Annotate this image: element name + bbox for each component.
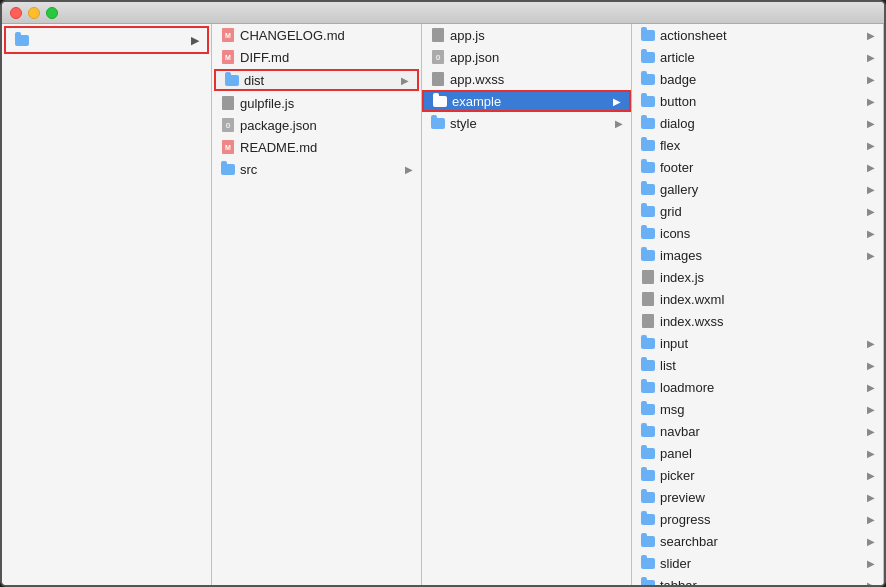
item-label: tabbar — [660, 578, 863, 586]
chevron-right-icon: ▶ — [867, 426, 875, 437]
list-item[interactable]: example▶ — [422, 90, 631, 112]
item-label: loadmore — [660, 380, 863, 395]
list-item[interactable]: dist▶ — [214, 69, 419, 91]
item-label: index.wxml — [660, 292, 875, 307]
chevron-right-icon: ▶ — [615, 118, 623, 129]
folder-icon — [641, 338, 655, 349]
list-item[interactable]: progress▶ — [632, 508, 883, 530]
list-item[interactable]: grid▶ — [632, 200, 883, 222]
folder-icon — [431, 118, 445, 129]
list-item[interactable]: picker▶ — [632, 464, 883, 486]
list-item[interactable]: badge▶ — [632, 68, 883, 90]
item-label: article — [660, 50, 863, 65]
chevron-right-icon: ▶ — [613, 96, 621, 107]
minimize-button[interactable] — [28, 7, 40, 19]
folder-icon — [641, 118, 655, 129]
item-label: panel — [660, 446, 863, 461]
item-label: app.js — [450, 28, 623, 43]
json-icon: {} — [432, 50, 444, 64]
js-icon — [222, 96, 234, 110]
list-item[interactable]: {}app.json — [422, 46, 631, 68]
folder-icon — [641, 448, 655, 459]
folder-icon — [641, 206, 655, 217]
column-3: app.js{}app.jsonapp.wxssexample▶style▶ — [422, 24, 632, 585]
maximize-button[interactable] — [46, 7, 58, 19]
chevron-right-icon: ▶ — [867, 74, 875, 85]
list-item[interactable]: tabbar▶ — [632, 574, 883, 585]
list-item[interactable]: footer▶ — [632, 156, 883, 178]
list-item[interactable]: MREADME.md — [212, 136, 421, 158]
list-item[interactable]: navbar▶ — [632, 420, 883, 442]
chevron-right-icon: ▶ — [867, 228, 875, 239]
close-button[interactable] — [10, 7, 22, 19]
list-item[interactable]: images▶ — [632, 244, 883, 266]
item-label: list — [660, 358, 863, 373]
list-item[interactable]: app.wxss — [422, 68, 631, 90]
list-item[interactable]: preview▶ — [632, 486, 883, 508]
item-label: preview — [660, 490, 863, 505]
chevron-right-icon: ▶ — [867, 382, 875, 393]
root-item[interactable]: ▶ — [4, 26, 209, 54]
item-label: app.json — [450, 50, 623, 65]
item-label: input — [660, 336, 863, 351]
chevron-right-icon: ▶ — [867, 492, 875, 503]
item-label: searchbar — [660, 534, 863, 549]
item-label: package.json — [240, 118, 413, 133]
chevron-right-icon: ▶ — [867, 558, 875, 569]
list-item[interactable]: style▶ — [422, 112, 631, 134]
list-item[interactable]: src▶ — [212, 158, 421, 180]
list-item[interactable]: actionsheet▶ — [632, 24, 883, 46]
item-label: flex — [660, 138, 863, 153]
list-item[interactable]: gulpfile.js — [212, 92, 421, 114]
root-arrow: ▶ — [191, 34, 199, 47]
column-4: actionsheet▶article▶badge▶button▶dialog▶… — [632, 24, 884, 585]
list-item[interactable]: input▶ — [632, 332, 883, 354]
list-item[interactable]: loadmore▶ — [632, 376, 883, 398]
list-item[interactable]: list▶ — [632, 354, 883, 376]
item-label: grid — [660, 204, 863, 219]
list-item[interactable]: searchbar▶ — [632, 530, 883, 552]
list-item[interactable]: msg▶ — [632, 398, 883, 420]
list-item[interactable]: MCHANGELOG.md — [212, 24, 421, 46]
folder-icon — [433, 96, 447, 107]
list-item[interactable]: flex▶ — [632, 134, 883, 156]
item-label: progress — [660, 512, 863, 527]
list-item[interactable]: {}package.json — [212, 114, 421, 136]
list-item[interactable]: slider▶ — [632, 552, 883, 574]
column-1: ▶ — [2, 24, 212, 585]
folder-icon — [14, 32, 30, 48]
list-item[interactable]: article▶ — [632, 46, 883, 68]
list-item[interactable]: index.js — [632, 266, 883, 288]
item-label: button — [660, 94, 863, 109]
folder-icon — [225, 75, 239, 86]
folder-icon — [641, 250, 655, 261]
list-item[interactable]: index.wxss — [632, 310, 883, 332]
list-item[interactable]: gallery▶ — [632, 178, 883, 200]
item-label: navbar — [660, 424, 863, 439]
folder-icon — [641, 536, 655, 547]
folder-icon — [641, 184, 655, 195]
item-label: index.js — [660, 270, 875, 285]
folder-icon — [641, 96, 655, 107]
item-label: gallery — [660, 182, 863, 197]
list-item[interactable]: panel▶ — [632, 442, 883, 464]
wxml-icon — [642, 292, 654, 306]
chevron-right-icon: ▶ — [867, 514, 875, 525]
list-item[interactable]: app.js — [422, 24, 631, 46]
list-item[interactable]: index.wxml — [632, 288, 883, 310]
list-item[interactable]: MDIFF.md — [212, 46, 421, 68]
wxss-icon — [642, 314, 654, 328]
list-item[interactable]: button▶ — [632, 90, 883, 112]
list-item[interactable]: icons▶ — [632, 222, 883, 244]
item-label: msg — [660, 402, 863, 417]
chevron-right-icon: ▶ — [867, 184, 875, 195]
chevron-right-icon: ▶ — [867, 338, 875, 349]
item-label: footer — [660, 160, 863, 175]
chevron-right-icon: ▶ — [867, 118, 875, 129]
chevron-right-icon: ▶ — [867, 162, 875, 173]
folder-icon — [641, 140, 655, 151]
list-item[interactable]: dialog▶ — [632, 112, 883, 134]
main-window: ▶ MCHANGELOG.mdMDIFF.mddist▶gulpfile.js{… — [0, 0, 886, 587]
chevron-right-icon: ▶ — [867, 30, 875, 41]
folder-icon — [221, 164, 235, 175]
